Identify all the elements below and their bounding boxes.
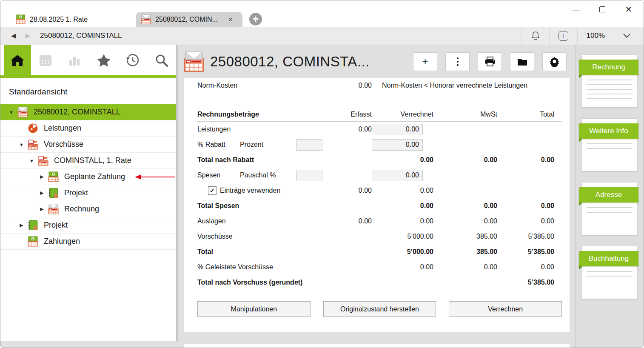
verrechnet-value: 0.00 bbox=[372, 156, 433, 164]
tree-item-cominstall-rate[interactable]: ▼ COMINSTALL, 1. Rate bbox=[0, 152, 176, 168]
thumbnail-preview bbox=[587, 207, 633, 215]
print-button[interactable] bbox=[478, 52, 502, 71]
tree-item-leistungen[interactable]: Leistungen bbox=[0, 120, 176, 136]
payment-icon: $ bbox=[48, 171, 59, 182]
expander-down-icon[interactable]: ▼ bbox=[28, 158, 35, 163]
expander-right-icon[interactable]: ▶ bbox=[18, 222, 25, 228]
sidebar-tab-search[interactable] bbox=[147, 45, 176, 75]
tree-item-invoice-root[interactable]: ▼ 25080012, COMINSTALL bbox=[0, 104, 176, 120]
alert-icon: ! bbox=[559, 31, 568, 41]
settings-button[interactable] bbox=[542, 52, 567, 71]
rabatt-prozent-input[interactable] bbox=[296, 139, 322, 151]
main-area: 25080012, COMINSTA... + bbox=[178, 45, 575, 348]
section-thumb-weitere-info[interactable]: Weitere Info bbox=[582, 118, 637, 171]
row-label: Leistungen bbox=[197, 126, 325, 133]
sidebar-tab-calendar[interactable] bbox=[31, 45, 60, 75]
menu-expand-button[interactable] bbox=[614, 27, 639, 45]
home-icon bbox=[10, 54, 25, 67]
folder-button[interactable] bbox=[510, 52, 534, 71]
tree-end-divider bbox=[0, 249, 176, 250]
close-window-button[interactable]: ✕ bbox=[621, 3, 636, 16]
tab-label: 28.08.2025 1. Rate bbox=[30, 16, 88, 23]
tree-item-zahlungen[interactable]: $ Zahlungen bbox=[0, 233, 176, 249]
column-header-erfasst: Erfasst bbox=[325, 111, 372, 118]
back-button[interactable]: ◀ bbox=[6, 32, 21, 40]
sidebar-tab-history[interactable] bbox=[118, 45, 147, 75]
eintraege-verwenden-checkbox[interactable]: ✓ bbox=[208, 186, 217, 195]
row-sublabel: Prozent bbox=[240, 141, 263, 148]
expander-right-icon[interactable]: ▶ bbox=[39, 190, 45, 196]
total-value: 5’385.00 bbox=[497, 279, 554, 286]
invoice-icon bbox=[141, 14, 151, 24]
section-thumb-buchhaltung[interactable]: Buchhaltung bbox=[582, 246, 637, 299]
verrechnen-button[interactable]: Verrechnen bbox=[449, 301, 562, 317]
row-label: Norm-Kosten bbox=[197, 82, 325, 89]
total-value: 0.00 bbox=[497, 263, 554, 271]
verrechnet-field[interactable] bbox=[372, 170, 423, 181]
expander-right-icon[interactable]: ▶ bbox=[39, 174, 45, 180]
maximize-button[interactable] bbox=[595, 3, 610, 16]
spesen-pauschal-input[interactable] bbox=[296, 170, 322, 181]
tab-strip: $ 28.08.2025 1. Rate 25080012, COMIN... … bbox=[0, 12, 262, 27]
row-label: Total bbox=[197, 248, 325, 256]
tab-label: 25080012, COMIN... bbox=[155, 16, 218, 23]
norm-kosten-erfasst: 0.00 bbox=[325, 82, 372, 89]
notifications-button[interactable] bbox=[522, 27, 549, 45]
total-value: 0.00 bbox=[497, 156, 554, 164]
table-header-row: Rechnungsbeträge Erfasst Verrechnet MwSt… bbox=[197, 107, 562, 122]
tab-close-icon[interactable]: ✕ bbox=[228, 16, 233, 23]
manipulationen-button[interactable]: Manipulationen bbox=[197, 301, 311, 317]
annotation-arrow-icon bbox=[134, 174, 175, 180]
forward-button[interactable]: ▶ bbox=[21, 32, 35, 40]
expander-down-icon[interactable]: ▼ bbox=[8, 110, 14, 115]
add-button[interactable]: + bbox=[413, 52, 437, 71]
column-header-total: Total bbox=[497, 111, 554, 118]
erfasst-value: 0.00 bbox=[325, 217, 372, 225]
tree-item-geplante-zahlung[interactable]: ▶ $ Geplante Zahlung bbox=[0, 168, 176, 185]
tree-item-projekt-sub[interactable]: ▶ Projekt bbox=[0, 185, 176, 201]
tree-item-label: 25080012, COMINSTALL bbox=[34, 108, 120, 117]
section-ribbon: Adresse bbox=[579, 187, 638, 203]
sidebar-tab-favorites[interactable] bbox=[89, 45, 118, 75]
navigation-bar: ◀ ▶ 25080012, COMINSTALL ! 100% bbox=[0, 27, 644, 45]
mwst-value: 0.00 bbox=[433, 156, 497, 164]
new-tab-button[interactable]: + bbox=[249, 13, 262, 26]
sidebar: Standardansicht ▼ 25080012, COMINSTALL bbox=[0, 45, 178, 341]
tree-item-projekt[interactable]: ▶ Projekt bbox=[0, 217, 176, 233]
verrechnet-field[interactable] bbox=[372, 124, 423, 135]
table-row: Spesen Pauschal % bbox=[197, 168, 562, 183]
verrechnet-field[interactable] bbox=[372, 139, 423, 151]
tab-payment-document[interactable]: $ 28.08.2025 1. Rate bbox=[11, 12, 95, 27]
section-ribbon: Rechnung bbox=[579, 60, 638, 75]
tree-item-rechnung[interactable]: ▶ Rechnung bbox=[0, 201, 176, 217]
mwst-value: 385.00 bbox=[433, 233, 497, 240]
star-icon bbox=[97, 54, 111, 67]
alerts-button[interactable]: ! bbox=[550, 27, 577, 45]
table-row: Vorschüsse 5’000.00 385.00 5’385.00 bbox=[197, 229, 562, 244]
sidebar-tab-bar bbox=[0, 45, 176, 75]
section-thumb-rechnung[interactable]: Rechnung bbox=[582, 54, 637, 108]
sidebar-tab-reports[interactable] bbox=[60, 45, 89, 75]
invoice-amounts-panel: Norm-Kosten 0.00 Norm-Kosten < Honorar v… bbox=[184, 78, 570, 332]
sidebar-tab-home[interactable] bbox=[4, 45, 31, 75]
tree-item-vorschuesse[interactable]: ▼ Vorschüsse bbox=[0, 136, 176, 152]
originalzustand-herstellen-button[interactable]: Originalzustand herstellen bbox=[323, 301, 436, 317]
next-section-panel bbox=[184, 344, 570, 348]
section-title: Rechnungsbeträge bbox=[197, 111, 325, 118]
zoom-level[interactable]: 100% bbox=[578, 27, 614, 45]
expander-right-icon[interactable]: ▶ bbox=[39, 206, 45, 212]
row-label: % Rabatt bbox=[197, 141, 240, 148]
expander-down-icon[interactable]: ▼ bbox=[18, 142, 25, 147]
minimize-button[interactable]: — bbox=[569, 3, 583, 16]
row-label: Einträge verwenden bbox=[220, 187, 280, 194]
tree-item-label: Projekt bbox=[64, 188, 88, 197]
more-options-button[interactable] bbox=[445, 52, 470, 71]
table-row-total: Total nach Rabatt 0.00 0.00 0.00 bbox=[197, 152, 562, 168]
tree-item-label: Geplante Zahlung bbox=[64, 172, 125, 181]
table-row: Auslagen 0.00 0.00 0.00 0.00 bbox=[197, 214, 562, 229]
section-thumb-adresse[interactable]: Adresse bbox=[582, 182, 637, 235]
total-value: 0.00 bbox=[497, 202, 554, 210]
tab-invoice-document[interactable]: 25080012, COMIN... ✕ bbox=[136, 12, 242, 27]
verrechnet-value: 0.00 bbox=[372, 202, 433, 210]
verrechnet-value: 5’000.00 bbox=[372, 233, 433, 240]
